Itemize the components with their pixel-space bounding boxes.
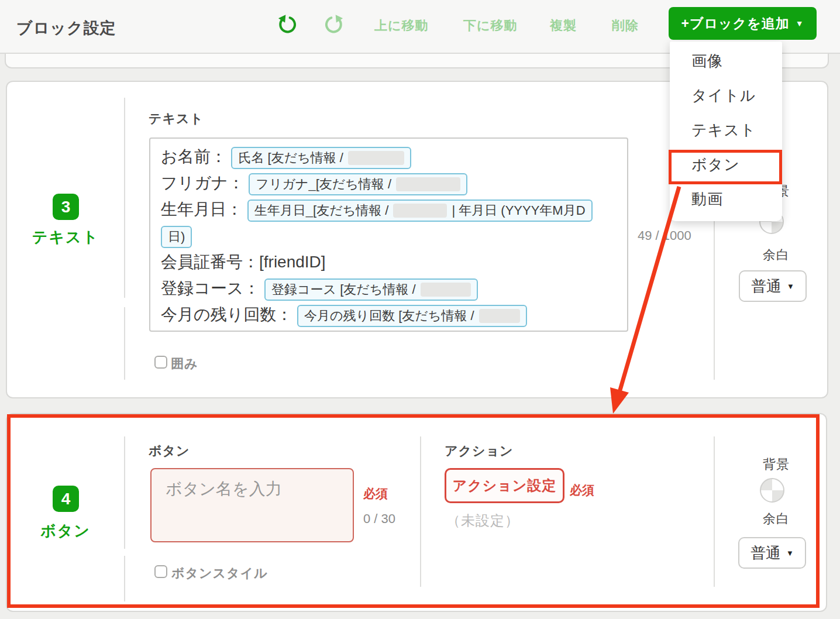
action-settings-button[interactable]: アクション設定: [445, 468, 564, 503]
button-section-title: ボタン: [149, 442, 190, 460]
divider: [124, 307, 125, 380]
duplicate-button[interactable]: 複製: [550, 17, 577, 35]
background-label: 背景: [758, 456, 794, 473]
divider: [714, 436, 715, 587]
highlight-box-menu-button: [669, 150, 782, 184]
text-line: 今月の残り回数： 今月の残り回数 [友だち情報 /: [161, 301, 627, 328]
divider: [124, 98, 125, 298]
button-style-checkbox[interactable]: [154, 565, 167, 578]
margin-label: 余白: [758, 246, 794, 264]
move-up-button[interactable]: 上に移動: [374, 17, 429, 35]
text-line: 生年月日： 生年月日_[友だち情報 /| 年月日 (YYYY年M月D: [161, 196, 627, 222]
block-type-label: テキスト: [7, 227, 124, 247]
chevron-down-icon: ▼: [796, 19, 804, 28]
add-block-dropdown-menu: 画像 タイトル テキスト ボタン 動画: [670, 42, 782, 221]
delete-button[interactable]: 削除: [612, 17, 639, 35]
redacted-text: [421, 283, 471, 297]
friend-info-tag[interactable]: 日): [161, 226, 192, 248]
text-line-label: お名前：: [161, 147, 227, 166]
friend-info-tag[interactable]: 登録コース [友だち情報 /: [264, 278, 478, 301]
text-line-label: 生年月日：: [161, 200, 243, 218]
text-section-title: テキスト: [149, 110, 204, 128]
add-block-button[interactable]: +ブロックを追加 ▼: [669, 7, 817, 40]
divider: [124, 556, 125, 601]
menu-item-text[interactable]: テキスト: [670, 113, 782, 147]
text-content-editor[interactable]: お名前： 氏名 [友だち情報 / フリガナ： フリガナ_[友だち情報 / 生年月…: [149, 137, 628, 332]
margin-select[interactable]: 普通 ▼: [739, 270, 807, 302]
add-block-label: +ブロックを追加: [681, 15, 790, 33]
divider: [420, 436, 421, 587]
text-line: お名前： 氏名 [友だち情報 /: [161, 143, 627, 170]
undo-icon[interactable]: [276, 14, 297, 35]
margin-label: 余白: [758, 510, 794, 528]
text-line-label: 登録コース：: [161, 279, 260, 297]
text-line: 会員証番号：[friendID]: [161, 249, 627, 275]
text-line-label: 今月の残り回数：: [161, 305, 292, 324]
block-number-badge: 4: [53, 486, 79, 512]
block-number-badge: 3: [53, 194, 79, 220]
block-type-label: ボタン: [7, 521, 124, 541]
required-badge: 必須: [363, 486, 388, 502]
divider: [124, 436, 125, 549]
menu-item-image[interactable]: 画像: [670, 44, 782, 78]
frame-checkbox[interactable]: [154, 356, 167, 369]
char-counter: 49 / 1000: [638, 228, 691, 243]
frame-checkbox-label: 囲み: [171, 355, 198, 373]
margin-value: 普通: [751, 543, 781, 563]
block-4-card: 4 ボタン ボタン 必須 0 / 30 アクション アクション設定 必須 （未設…: [6, 413, 827, 612]
friend-info-tag[interactable]: 今月の残り回数 [友だち情報 /: [297, 305, 527, 327]
redacted-text: [393, 204, 447, 218]
menu-item-title[interactable]: タイトル: [670, 78, 782, 113]
text-line: 日): [161, 222, 627, 249]
friend-info-tag[interactable]: 氏名 [友だち情報 /: [231, 147, 411, 169]
friend-info-tag[interactable]: 生年月日_[友だち情報 /| 年月日 (YYYY年M月D: [247, 200, 593, 222]
background-color-swatch[interactable]: [760, 478, 784, 503]
required-badge: 必須: [570, 482, 594, 498]
move-down-button[interactable]: 下に移動: [463, 17, 518, 35]
text-line-label: フリガナ：: [161, 174, 245, 192]
friend-info-tag[interactable]: フリガナ_[友だち情報 /: [249, 173, 467, 195]
redacted-text: [479, 309, 520, 323]
action-section-title: アクション: [445, 442, 514, 460]
char-counter: 0 / 30: [363, 511, 395, 527]
chevron-down-icon: ▼: [787, 282, 794, 291]
action-status-text: （未設定）: [446, 511, 519, 530]
text-line-label: 会員証番号：[friendID]: [161, 253, 326, 271]
redacted-text: [348, 151, 404, 165]
margin-value: 普通: [751, 276, 782, 297]
redacted-text: [396, 177, 460, 191]
button-name-input[interactable]: [150, 468, 354, 542]
page-title: ブロック設定: [16, 18, 116, 39]
margin-select[interactable]: 普通 ▼: [738, 537, 806, 569]
redo-icon[interactable]: [324, 14, 345, 35]
text-line: フリガナ： フリガナ_[友だち情報 /: [161, 170, 627, 196]
button-style-checkbox-label: ボタンスタイル: [171, 565, 268, 582]
text-line: 登録コース： 登録コース [友だち情報 /: [161, 275, 627, 301]
chevron-down-icon: ▼: [786, 549, 794, 558]
menu-item-video[interactable]: 動画: [670, 182, 782, 216]
